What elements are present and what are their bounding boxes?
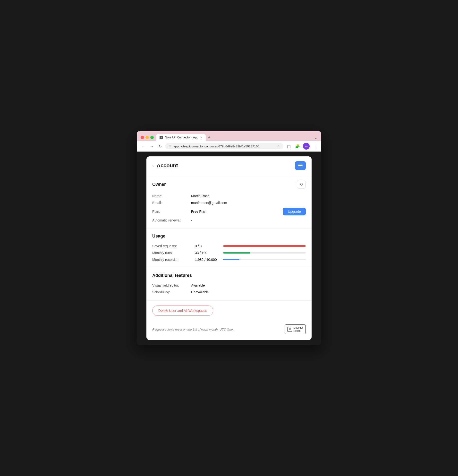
monthly-records-label: Monthly records:	[152, 258, 191, 262]
monthly-records-progress-fill	[223, 259, 239, 260]
tab-bar: A Note API Connector - App × + ⌄	[156, 134, 317, 141]
tab-expand-button[interactable]: ⌄	[314, 135, 317, 140]
card-footer: Request counts reset on the 1st of each …	[146, 321, 312, 340]
monthly-runs-value: 33 / 100	[195, 251, 219, 255]
forward-button[interactable]: →	[148, 144, 155, 149]
upgrade-button[interactable]: Upgrade	[283, 208, 306, 215]
usage-section: Usage Saved requests: 3 / 3 Monthly runs…	[146, 229, 312, 268]
notion-badge-line2: Notion	[294, 329, 303, 332]
account-card: ‹ Account Owner ↻ Name	[146, 156, 312, 340]
tab-favicon: A	[160, 136, 163, 139]
tab-close-button[interactable]: ×	[200, 136, 202, 139]
titlebar-top: A Note API Connector - App × + ⌄	[141, 134, 317, 141]
tab-title: Note API Connector - App	[165, 136, 198, 139]
monthly-runs-label: Monthly runs:	[152, 251, 191, 255]
monthly-records-row: Monthly records: 1,982 / 10,000	[152, 256, 306, 263]
notion-badge: N Made for Notion	[285, 324, 306, 334]
renewal-row: Automatic renewal: -	[152, 217, 306, 224]
browser-titlebar: A Note API Connector - App × + ⌄	[137, 131, 321, 141]
toolbar-actions: ▢ 🧩 m ⋮	[285, 143, 318, 150]
owner-section: Owner ↻ Name: Martin Rose Email: martin.…	[146, 175, 312, 229]
bookmark-icon[interactable]: ☆	[277, 144, 280, 148]
notion-badge-line1: Made for	[294, 326, 303, 329]
name-row: Name: Martin Rose	[152, 193, 306, 199]
usage-section-title: Usage	[152, 234, 165, 239]
saved-requests-label: Saved requests:	[152, 244, 191, 248]
profile-avatar[interactable]: m	[303, 143, 310, 150]
plan-value: Free Plan	[191, 210, 283, 213]
menu-button[interactable]	[295, 161, 306, 170]
reload-button[interactable]: ↻	[157, 144, 163, 149]
hamburger-line-1	[298, 164, 303, 164]
monthly-runs-row: Monthly runs: 33 / 100	[152, 249, 306, 256]
scheduling-value: Unavailable	[191, 290, 306, 294]
card-header: ‹ Account	[146, 156, 312, 175]
header-left: ‹ Account	[152, 162, 178, 169]
scheduling-row: Scheduling: Unavailable	[152, 289, 306, 296]
owner-section-title: Owner	[152, 182, 166, 187]
security-icon: 🛡	[169, 144, 171, 148]
visual-field-editor-value: Available	[191, 283, 306, 287]
usage-section-header: Usage	[152, 234, 306, 239]
monthly-records-value: 1,982 / 10,000	[195, 258, 219, 262]
name-value: Martin Rose	[191, 194, 306, 198]
delete-user-button[interactable]: Delete User and All Workspaces	[152, 306, 213, 316]
browser-tab[interactable]: A Note API Connector - App ×	[156, 134, 206, 141]
saved-requests-progress-fill	[223, 245, 306, 247]
name-label: Name:	[152, 194, 191, 198]
back-button[interactable]: ←	[140, 144, 146, 149]
owner-section-header: Owner ↻	[152, 180, 306, 189]
visual-field-editor-row: Visual field editor: Available	[152, 282, 306, 289]
url-text: app.noteapiconnector.com/user/679b6d9e8c…	[173, 144, 275, 148]
email-value: martin.rose@gmail.com	[191, 201, 306, 205]
renewal-label: Automatic renewal:	[152, 218, 191, 222]
plan-row: Plan: Free Plan Upgrade	[152, 206, 306, 217]
traffic-lights	[141, 136, 154, 139]
scheduling-label: Scheduling:	[152, 290, 191, 294]
browser-toolbar: ← → ↻ 🛡 app.noteapiconnector.com/user/67…	[137, 141, 321, 152]
additional-features-title: Additional features	[152, 273, 192, 278]
notion-badge-text: Made for Notion	[294, 326, 303, 332]
saved-requests-row: Saved requests: 3 / 3	[152, 243, 306, 249]
email-row: Email: martin.rose@gmail.com	[152, 199, 306, 206]
address-bar[interactable]: 🛡 app.noteapiconnector.com/user/679b6d9e…	[165, 143, 283, 149]
delete-section: Delete User and All Workspaces	[146, 300, 312, 321]
footer-note: Request counts reset on the 1st of each …	[152, 328, 234, 331]
saved-requests-value: 3 / 3	[195, 244, 219, 248]
additional-features-header: Additional features	[152, 273, 306, 278]
additional-features-section: Additional features Visual field editor:…	[146, 268, 312, 300]
monthly-runs-progress-fill	[223, 252, 250, 254]
back-nav-button[interactable]: ‹	[152, 163, 154, 168]
renewal-value: -	[191, 218, 306, 222]
extensions-button[interactable]: ▢	[285, 143, 292, 150]
hamburger-line-2	[298, 165, 303, 166]
page-content: ‹ Account Owner ↻ Name	[137, 152, 321, 345]
page-title: Account	[157, 162, 178, 169]
traffic-light-yellow[interactable]	[145, 136, 149, 139]
visual-field-editor-label: Visual field editor:	[152, 283, 191, 287]
plan-label: Plan:	[152, 210, 191, 213]
saved-requests-progress-container	[223, 245, 306, 247]
monthly-records-progress-container	[223, 259, 306, 260]
more-options-button[interactable]: ⋮	[312, 143, 318, 150]
notion-n-icon: N	[287, 327, 292, 332]
refresh-button[interactable]: ↻	[297, 180, 306, 189]
puzzle-button[interactable]: 🧩	[294, 143, 301, 150]
new-tab-button[interactable]: +	[207, 135, 212, 140]
traffic-light-green[interactable]	[150, 136, 154, 139]
email-label: Email:	[152, 201, 191, 205]
monthly-runs-progress-container	[223, 252, 306, 254]
hamburger-line-3	[298, 167, 303, 167]
browser-window: A Note API Connector - App × + ⌄ ← → ↻ 🛡…	[137, 131, 321, 345]
hamburger-icon	[298, 164, 303, 167]
traffic-light-red[interactable]	[141, 136, 144, 139]
